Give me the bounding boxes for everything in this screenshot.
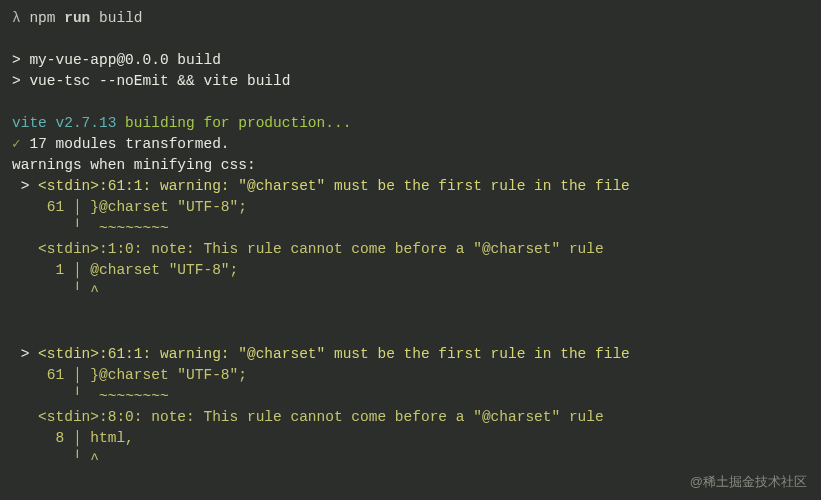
warning-2-note-caret: ╵ ^ bbox=[12, 449, 809, 470]
npm-script-line-1: > my-vue-app@0.0.0 build bbox=[12, 50, 809, 71]
warning-1-note-code: 1 │ @charset "UTF-8"; bbox=[12, 260, 809, 281]
cmd-build: build bbox=[99, 10, 143, 26]
warning-2-code: 61 │ }@charset "UTF-8"; bbox=[12, 365, 809, 386]
warning-2-location: > <stdin>:61:1: warning: "@charset" must… bbox=[12, 344, 809, 365]
cmd-run: run bbox=[64, 10, 90, 26]
warning-2-note-code: 8 │ html, bbox=[12, 428, 809, 449]
warning-1-location: > <stdin>:61:1: warning: "@charset" must… bbox=[12, 176, 809, 197]
cmd-npm: npm bbox=[29, 10, 55, 26]
warning-1-note-caret: ╵ ^ bbox=[12, 281, 809, 302]
command-line[interactable]: λ npm run build bbox=[12, 8, 809, 29]
warning-1-code: 61 │ }@charset "UTF-8"; bbox=[12, 197, 809, 218]
blank-line bbox=[12, 302, 809, 323]
blank-line bbox=[12, 323, 809, 344]
warnings-header: warnings when minifying css: bbox=[12, 155, 809, 176]
vite-building-msg: building for production... bbox=[116, 115, 351, 131]
vite-version: vite v2.7.13 bbox=[12, 115, 116, 131]
warning-1-note: <stdin>:1:0: note: This rule cannot come… bbox=[12, 239, 809, 260]
vite-header: vite v2.7.13 building for production... bbox=[12, 113, 809, 134]
warning-2-note: <stdin>:8:0: note: This rule cannot come… bbox=[12, 407, 809, 428]
prompt-symbol: λ bbox=[12, 10, 21, 26]
warning-1-caret: ╵ ~~~~~~~~ bbox=[12, 218, 809, 239]
blank-line bbox=[12, 92, 809, 113]
warning-2-caret: ╵ ~~~~~~~~ bbox=[12, 386, 809, 407]
modules-transformed: ✓ 17 modules transformed. bbox=[12, 134, 809, 155]
npm-script-line-2: > vue-tsc --noEmit && vite build bbox=[12, 71, 809, 92]
blank-line bbox=[12, 29, 809, 50]
check-icon: ✓ bbox=[12, 136, 21, 152]
watermark-text: @稀土掘金技术社区 bbox=[690, 473, 807, 492]
